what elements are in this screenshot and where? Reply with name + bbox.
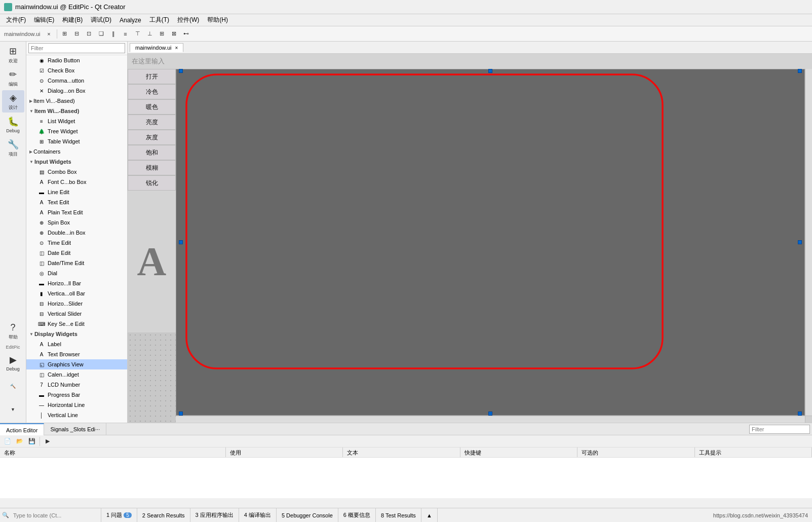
btn-open[interactable]: 打开 <box>128 69 176 84</box>
canvas-tab-close[interactable]: × <box>175 45 178 51</box>
widget-item-dial[interactable]: ◎Dial <box>26 268 127 278</box>
status-tab-test[interactable]: 8 Test Results <box>376 508 421 522</box>
widget-item-datetime-edit[interactable]: ◫Date/Time Edit <box>26 258 127 268</box>
welcome-icon: ⊞ <box>9 46 17 57</box>
toolbar-btn-1[interactable]: ⊞ <box>59 28 70 40</box>
widget-item-containers[interactable]: ▶Containers <box>26 146 127 157</box>
toolbar-btn-8[interactable]: ⊥ <box>144 28 156 40</box>
widget-item-lcd-number[interactable]: 7LCD Number <box>26 380 127 390</box>
toolbar-btn-6[interactable]: ≡ <box>120 28 131 40</box>
widget-item-vertical-slider[interactable]: ⊟Vertical Slider <box>26 309 127 319</box>
btn-warm[interactable]: 暖色 <box>128 99 176 115</box>
widget-item-plain-text-edit[interactable]: APlain Text Edit <box>26 207 127 217</box>
sidebar-item-help[interactable]: ? 帮助 <box>2 320 24 343</box>
widget-item-line-edit[interactable]: ▬Line Edit <box>26 187 127 197</box>
sidebar-item-debug[interactable]: 🐛 Debug <box>2 114 24 136</box>
canvas-scrollbar-v[interactable] <box>805 69 812 416</box>
bottom-toolbar-save[interactable]: 💾 <box>26 436 37 447</box>
widget-item-text-edit[interactable]: AText Edit <box>26 197 127 207</box>
status-tab-debugger[interactable]: 5 Debugger Console <box>277 508 338 522</box>
widget-item-key-seq-edit[interactable]: ⌨Key Se...e Edit <box>26 319 127 329</box>
design-surface[interactable]: 在这里输入 打开 冷色 暖色 亮度 灰度 <box>128 54 812 423</box>
widget-label-item-wi-based: Item Wi...-Based) <box>34 108 80 114</box>
sidebar-item-edit[interactable]: ✏ 编辑 <box>2 67 24 89</box>
label-a-container: A <box>128 191 176 332</box>
btn-cool[interactable]: 冷色 <box>128 84 176 99</box>
status-tab-search[interactable]: 2 Search Results <box>137 508 190 522</box>
status-tab-summary[interactable]: 6 概要信息 <box>338 508 376 522</box>
widget-filter-input[interactable] <box>28 43 125 53</box>
menu-controls[interactable]: 控件(W) <box>173 15 203 25</box>
widget-item-date-edit[interactable]: ◫Date Edit <box>26 248 127 258</box>
widget-item-display-widgets[interactable]: ▼Display Widgets <box>26 329 127 339</box>
status-tab-compile[interactable]: 4 编译输出 <box>239 508 277 522</box>
widget-item-time-edit[interactable]: ⊙Time Edit <box>26 238 127 248</box>
toolbar-btn-7[interactable]: ⊤ <box>132 28 143 40</box>
widget-item-calendar-widget[interactable]: ◫Calen...idget <box>26 369 127 380</box>
menu-debug[interactable]: 调试(D) <box>87 15 115 25</box>
sidebar-item-project[interactable]: 🔧 项目 <box>2 137 24 159</box>
toolbar-close-btn[interactable]: × <box>44 28 55 40</box>
btn-blur[interactable]: 模糊 <box>128 160 176 175</box>
status-tab-issues[interactable]: 1 问题 5 <box>101 508 137 522</box>
btn-sharpen[interactable]: 锐化 <box>128 175 176 191</box>
widget-item-table-widget[interactable]: ⊞Table Widget <box>26 136 127 146</box>
widget-item-tree-widget[interactable]: 🌲Tree Widget <box>26 126 127 136</box>
tab-action-editor[interactable]: Action Editor <box>0 423 44 435</box>
menu-help[interactable]: 帮助(H) <box>203 15 232 25</box>
widget-item-item-wi-based[interactable]: ▼Item Wi...-Based) <box>26 106 127 116</box>
bottom-toolbar-new[interactable]: 📄 <box>2 436 13 447</box>
widget-item-command-button[interactable]: ⊙Comma...utton <box>26 76 127 86</box>
sidebar-item-design[interactable]: ◈ 设计 <box>2 90 24 113</box>
sidebar-arrow-down[interactable]: ▼ <box>2 398 24 421</box>
widget-item-radio-button[interactable]: ◉Radio Button <box>26 55 127 65</box>
toolbar-btn-9[interactable]: ⊞ <box>157 28 168 40</box>
toolbar-btn-3[interactable]: ⊡ <box>84 28 95 40</box>
menu-tools[interactable]: 工具(T) <box>145 15 173 25</box>
widget-item-horizontal-line[interactable]: —Horizontal Line <box>26 400 127 410</box>
toolbar-btn-4[interactable]: ❑ <box>96 28 107 40</box>
menu-file[interactable]: 文件(F) <box>2 15 30 25</box>
canvas-tab-main[interactable]: mainwindow.ui × <box>130 43 183 52</box>
widget-item-label[interactable]: ALabel <box>26 339 127 349</box>
widget-item-double-spin[interactable]: ⊕Double...in Box <box>26 228 127 238</box>
sidebar-build-btn[interactable]: 🔨 <box>2 375 24 397</box>
widget-item-font-combo[interactable]: AFont C...bo Box <box>26 177 127 187</box>
sidebar-debug-bottom[interactable]: ▶ Debug <box>2 352 24 374</box>
bottom-toolbar-run[interactable]: ▶ <box>42 436 53 447</box>
toolbar-btn-2[interactable]: ⊟ <box>71 28 83 40</box>
toolbar-btn-10[interactable]: ⊠ <box>169 28 180 40</box>
widget-item-vertical-line[interactable]: │Vertical Line <box>26 410 127 420</box>
canvas-scrollbar-h[interactable] <box>176 416 805 423</box>
widget-item-dialog-box[interactable]: ✕Dialog...on Box <box>26 86 127 96</box>
widget-item-horizontal-bar[interactable]: ▬Horizo...ll Bar <box>26 278 127 288</box>
status-tab-app-output[interactable]: 3 应用程序输出 <box>190 508 239 522</box>
widget-item-spin-box[interactable]: ⊕Spin Box <box>26 217 127 228</box>
status-tab-arrow[interactable]: ▲ <box>421 508 438 522</box>
arrow-down-icon: ▼ <box>11 407 15 412</box>
toolbar-btn-11[interactable]: ⊷ <box>181 28 192 40</box>
widget-item-progress-bar[interactable]: ▬Progress Bar <box>26 390 127 400</box>
btn-saturation[interactable]: 饱和 <box>128 145 176 160</box>
bottom-filter-input[interactable] <box>749 425 810 434</box>
widget-item-item-vi-based[interactable]: ▶Item Vi...-Based) <box>26 96 127 106</box>
menu-edit[interactable]: 编辑(E) <box>30 15 58 25</box>
widget-item-input-widgets[interactable]: ▼Input Widgets <box>26 157 127 167</box>
menu-build[interactable]: 构建(B) <box>58 15 87 25</box>
btn-bright[interactable]: 亮度 <box>128 115 176 130</box>
widget-item-opengl-widget[interactable]: ◧OpenG...idget <box>26 420 127 423</box>
widget-item-list-widget[interactable]: ≡List Widget <box>26 116 127 126</box>
widget-item-combo-box[interactable]: ▤Combo Box <box>26 167 127 177</box>
tab-signals-slots[interactable]: Signals _Slots Edi··· <box>44 423 106 435</box>
sidebar-item-welcome[interactable]: ⊞ 欢迎 <box>2 44 24 66</box>
widget-item-vertical-bar[interactable]: ▮Vertica...oll Bar <box>26 288 127 299</box>
widget-item-text-browser[interactable]: AText Browser <box>26 349 127 359</box>
status-search-input[interactable] <box>11 508 99 522</box>
widget-item-check-box[interactable]: ☑Check Box <box>26 65 127 76</box>
widget-item-graphics-view[interactable]: ◱Graphics View <box>26 359 127 369</box>
btn-gray[interactable]: 灰度 <box>128 130 176 145</box>
widget-item-horizontal-slider[interactable]: ⊟Horizo...Slider <box>26 299 127 309</box>
bottom-toolbar-open[interactable]: 📂 <box>14 436 25 447</box>
toolbar-btn-5[interactable]: ‖ <box>108 28 119 40</box>
menu-analyze[interactable]: Analyze <box>115 16 145 25</box>
